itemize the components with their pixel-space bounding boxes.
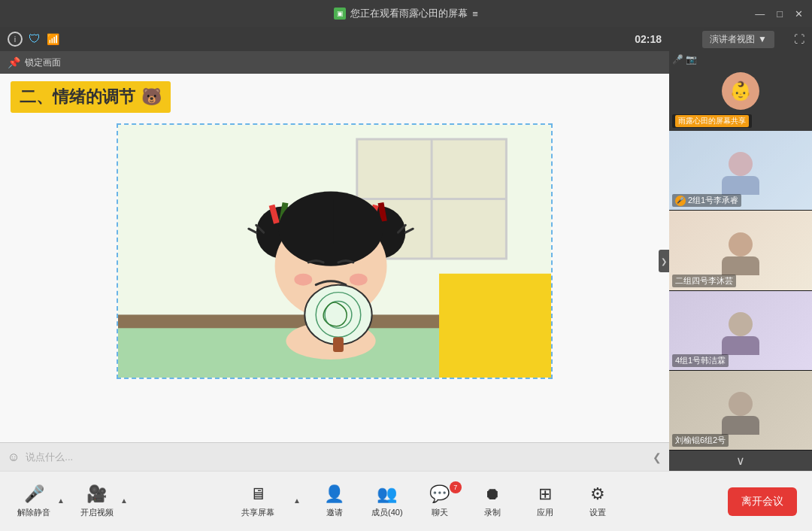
signal-icon: 📶 — [47, 33, 59, 45]
svg-rect-23 — [333, 337, 344, 352]
smiley-icon[interactable]: ☺ — [8, 451, 20, 464]
video-icon: 🎥 — [86, 484, 107, 504]
toolbar-right: 离开会议 — [728, 487, 797, 516]
screenshare-badge: 雨露心田的屏幕共享 — [675, 115, 749, 127]
view-selector-button[interactable]: 演讲者视图 ▼ — [702, 31, 774, 48]
unmute-button[interactable]: 🎤 解除静音 — [15, 484, 53, 518]
menu-icon[interactable]: ≡ — [472, 8, 478, 20]
info-bar: i 🛡 📶 02:18 演讲者视图 ▼ ⛶ — [0, 27, 812, 51]
screenshare-avatar: 👶 — [722, 72, 759, 110]
person-body-3 — [722, 336, 759, 355]
settings-button[interactable]: ⚙ 设置 — [579, 484, 617, 518]
invite-button[interactable]: 👤 邀请 — [316, 484, 353, 518]
shield-icon: 🛡 — [29, 32, 41, 46]
maximize-button[interactable]: □ — [777, 8, 783, 20]
pin-bar: 📌 锁定画面 — [0, 51, 669, 74]
chat-button[interactable]: 💬 7 聊天 — [421, 484, 459, 518]
screen-share-panel: 📌 锁定画面 二、情绪的调节 🐻 — [0, 51, 669, 471]
svg-rect-15 — [329, 199, 333, 244]
svg-point-20 — [304, 285, 371, 344]
cartoon-image — [118, 125, 551, 378]
person-body-2 — [722, 256, 759, 275]
apps-label: 应用 — [537, 507, 553, 518]
participant-cell-2: 二组四号李沐芸 — [669, 211, 812, 290]
apps-button[interactable]: ⊞ 应用 — [526, 484, 564, 518]
person-shape-3 — [722, 312, 759, 355]
chat-input-placeholder[interactable]: 说点什么... — [26, 451, 647, 464]
share-screen-button[interactable]: 🖥 共享屏幕 — [239, 484, 277, 518]
main-content: 📌 锁定画面 二、情绪的调节 🐻 — [0, 51, 812, 471]
toolbar-left: 🎤 解除静音 ▲ 🎥 开启视频 ▲ — [15, 484, 128, 518]
slide-title-text: 二、情绪的调节 — [20, 86, 135, 108]
svg-point-16 — [294, 274, 312, 286]
start-video-button[interactable]: 🎥 开启视频 — [78, 484, 116, 518]
slide-title: 二、情绪的调节 🐻 — [11, 81, 171, 113]
scroll-down-button[interactable]: ∨ — [669, 451, 812, 471]
title-bar: ▣ 您正在观看雨露心田的屏幕 ≡ — □ ✕ — [0, 0, 812, 27]
person-head-2 — [729, 232, 753, 256]
cam-icon: 📷 — [686, 54, 697, 65]
chat-badge: 7 — [450, 481, 462, 493]
record-button[interactable]: ⏺ 录制 — [474, 484, 511, 518]
record-label: 录制 — [484, 507, 501, 518]
chat-expand-icon[interactable]: ❮ — [653, 451, 662, 463]
screenshare-label: 雨露心田的屏幕共享 — [672, 114, 752, 128]
title-text: ▣ 您正在观看雨露心田的屏幕 ≡ — [334, 7, 478, 20]
settings-label: 设置 — [589, 507, 606, 518]
timer-display: 02:18 — [635, 33, 662, 45]
participant-cell-screenshare: 👶 雨露心田的屏幕共享 🎤 📷 — [669, 51, 812, 131]
share-screen-label: 共享屏幕 — [241, 507, 274, 518]
invite-label: 邀请 — [326, 507, 343, 518]
slide-content: 二、情绪的调节 🐻 — [0, 74, 669, 442]
unmute-label: 解除静音 — [17, 507, 50, 518]
unmute-icon: 🎤 — [24, 484, 44, 504]
participant-name-2: 二组四号李沐芸 — [675, 275, 733, 287]
participant-label-2: 二组四号李沐芸 — [672, 275, 736, 287]
window-title: 您正在观看雨露心田的屏幕 — [350, 7, 468, 20]
person-body-4 — [722, 416, 759, 435]
screenshare-name: 雨露心田的屏幕共享 — [678, 117, 746, 125]
svg-point-17 — [350, 274, 368, 286]
close-button[interactable]: ✕ — [795, 8, 803, 20]
share-screen-caret[interactable]: ▲ — [293, 496, 301, 505]
info-circle-icon: i — [8, 32, 23, 47]
members-label: 成员(40) — [371, 507, 403, 518]
toolbar-center: 🖥 共享屏幕 ▲ 👤 邀请 👥 成员(40) 💬 7 聊天 ⏺ 录制 ⊞ 应用 — [239, 484, 617, 518]
apps-icon: ⊞ — [538, 484, 552, 504]
participant-label-4: 刘榆锟6组2号 — [672, 434, 729, 447]
participant-cell-4: 刘榆锟6组2号 — [669, 371, 812, 451]
video-label: 开启视频 — [80, 507, 114, 518]
minimize-button[interactable]: — — [755, 8, 765, 20]
screenshare-controls: 🎤 📷 — [672, 54, 697, 65]
mic-indicator-1: 🎤 — [675, 196, 686, 206]
participant-name-1: 2组1号李承睿 — [688, 195, 738, 206]
panel-collapse-arrow[interactable]: ❯ — [659, 250, 669, 272]
cartoon-svg — [118, 123, 551, 379]
participant-cell-3: 4组1号韩洁霖 — [669, 291, 812, 371]
invite-icon: 👤 — [324, 484, 344, 504]
person-head-4 — [729, 392, 753, 416]
bear-emoji: 🐻 — [141, 87, 162, 107]
screen-share-icon: ▣ — [334, 8, 346, 20]
mic-icon: 🎤 — [672, 54, 683, 65]
participant-cell-1: 🎤 2组1号李承睿 — [669, 131, 812, 211]
participant-label-3: 4组1号韩洁霖 — [672, 354, 729, 367]
chat-bar: ☺ 说点什么... ❮ — [0, 442, 669, 471]
share-screen-icon: 🖥 — [250, 484, 266, 504]
view-label: 演讲者视图 — [710, 33, 755, 46]
record-icon: ⏺ — [484, 484, 501, 504]
view-caret-icon: ▼ — [758, 34, 767, 44]
chat-label: 聊天 — [432, 507, 448, 518]
person-shape-4 — [722, 392, 759, 435]
unmute-caret[interactable]: ▲ — [57, 496, 65, 505]
video-caret[interactable]: ▲ — [120, 496, 128, 505]
settings-icon: ⚙ — [590, 484, 605, 504]
person-head-3 — [729, 312, 753, 336]
pin-label: 锁定画面 — [25, 56, 61, 69]
fullscreen-button[interactable]: ⛶ — [794, 33, 804, 45]
window-controls: — □ ✕ — [755, 8, 803, 20]
members-button[interactable]: 👥 成员(40) — [368, 484, 406, 518]
bottom-toolbar: 🎤 解除静音 ▲ 🎥 开启视频 ▲ 🖥 共享屏幕 ▲ 👤 邀请 👥 成员(40) — [0, 471, 812, 531]
leave-meeting-button[interactable]: 离开会议 — [728, 487, 797, 516]
participants-panel: ❯ 👶 雨露心田的屏幕共享 🎤 📷 — [669, 51, 812, 471]
